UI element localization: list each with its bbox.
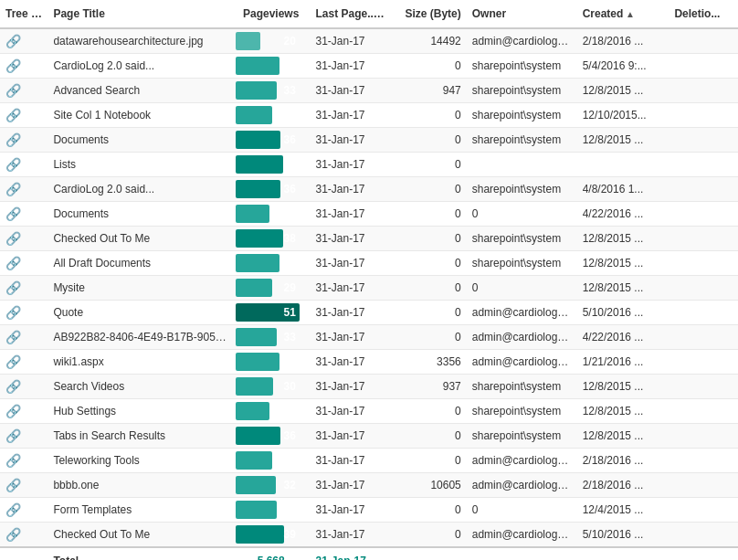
tree-url-icon-cell[interactable]: 🔗: [0, 54, 47, 79]
col-header-created[interactable]: Created: [577, 0, 669, 28]
col-header-owner[interactable]: Owner: [467, 0, 577, 28]
page-title-cell: datawarehousearchitecture.jpg: [47, 28, 231, 54]
pageviews-cell: 33: [232, 325, 311, 350]
tree-url-icon-cell[interactable]: 🔗: [0, 473, 47, 498]
link-icon[interactable]: 🔗: [5, 428, 20, 443]
link-icon[interactable]: 🔗: [5, 256, 20, 270]
tree-url-icon-cell[interactable]: 🔗: [0, 449, 47, 473]
pageviews-cell: 35: [232, 54, 311, 79]
page-title-cell: CardioLog 2.0 said...: [47, 54, 231, 79]
tree-url-icon-cell[interactable]: 🔗: [0, 325, 47, 350]
tree-url-icon-cell[interactable]: 🔗: [0, 28, 47, 54]
owner-cell: sharepoint\system: [467, 227, 577, 251]
tree-url-icon-cell[interactable]: 🔗: [0, 523, 47, 548]
link-icon[interactable]: 🔗: [5, 478, 20, 492]
link-icon[interactable]: 🔗: [5, 206, 20, 221]
table-row: 🔗Mysite 29 31-Jan-170012/8/2015 ...: [0, 276, 738, 301]
col-header-treeurl[interactable]: Tree Url: [0, 0, 47, 28]
link-icon[interactable]: 🔗: [5, 182, 20, 196]
tree-url-icon-cell[interactable]: 🔗: [0, 153, 47, 177]
link-icon[interactable]: 🔗: [5, 354, 20, 369]
pageview-number: 38: [284, 158, 300, 171]
col-header-deletion[interactable]: Deletio...: [669, 0, 738, 28]
link-icon[interactable]: 🔗: [5, 58, 20, 73]
link-icon[interactable]: 🔗: [5, 132, 20, 147]
link-icon[interactable]: 🔗: [5, 453, 20, 468]
deletion-cell: [669, 523, 738, 548]
tree-url-icon-cell[interactable]: 🔗: [0, 79, 47, 103]
tree-url-icon-cell[interactable]: 🔗: [0, 301, 47, 325]
link-icon[interactable]: 🔗: [5, 83, 20, 98]
pageview-bar: [236, 106, 272, 124]
deletion-cell: [669, 325, 738, 350]
size-cell: 14492: [393, 28, 467, 54]
created-cell: 12/8/2015 ...: [577, 227, 669, 251]
created-cell: 5/10/2016 ...: [577, 523, 669, 548]
tree-url-icon-cell[interactable]: 🔗: [0, 424, 47, 449]
size-cell: 0: [393, 301, 467, 325]
created-cell: 4/22/2016 ...: [577, 202, 669, 227]
footer-total-label: Total: [47, 547, 231, 560]
created-cell: 1/21/2016 ...: [577, 350, 669, 375]
table-row: 🔗All Draft Documents 35 31-Jan-170sharep…: [0, 251, 738, 276]
col-header-lastpage[interactable]: Last Page...: [310, 0, 393, 28]
pageview-bar: [236, 402, 269, 420]
last-page-cell: 31-Jan-17: [310, 28, 393, 54]
size-cell: 0: [393, 153, 467, 177]
pageview-number: 29: [284, 109, 300, 122]
tree-url-icon-cell[interactable]: 🔗: [0, 350, 47, 375]
table-row: 🔗bbbb.one 32 31-Jan-1710605admin@cardiol…: [0, 473, 738, 498]
pageview-number: 39: [284, 528, 300, 541]
pageview-bar: [236, 254, 279, 272]
owner-cell: admin@cardiolog2.o...: [467, 523, 577, 548]
page-title-cell: Lists: [47, 153, 231, 177]
link-icon[interactable]: 🔗: [5, 527, 20, 542]
page-title-cell: Form Templates: [47, 498, 231, 523]
tree-url-icon-cell[interactable]: 🔗: [0, 375, 47, 399]
link-icon[interactable]: 🔗: [5, 34, 20, 48]
tree-url-icon-cell[interactable]: 🔗: [0, 251, 47, 276]
link-icon[interactable]: 🔗: [5, 330, 20, 344]
tree-url-icon-cell[interactable]: 🔗: [0, 128, 47, 153]
col-header-pagetitle[interactable]: Page Title: [47, 0, 231, 28]
created-cell: 12/4/2015 ...: [577, 498, 669, 523]
last-page-cell: 31-Jan-17: [310, 128, 393, 153]
col-header-pageviews[interactable]: Pageviews: [232, 0, 311, 28]
link-icon[interactable]: 🔗: [5, 280, 20, 295]
created-cell: 12/8/2015 ...: [577, 276, 669, 301]
created-cell: 12/8/2015 ...: [577, 79, 669, 103]
last-page-cell: 31-Jan-17: [310, 202, 393, 227]
deletion-cell: [669, 177, 738, 202]
table-row: 🔗Quote 51 31-Jan-170admin@cardiolog2.o..…: [0, 301, 738, 325]
link-icon[interactable]: 🔗: [5, 502, 20, 517]
link-icon[interactable]: 🔗: [5, 305, 20, 320]
last-page-cell: 31-Jan-17: [310, 177, 393, 202]
tree-url-icon-cell[interactable]: 🔗: [0, 227, 47, 251]
created-cell: 12/8/2015 ...: [577, 375, 669, 399]
link-icon[interactable]: 🔗: [5, 157, 20, 172]
created-cell: 12/10/2015...: [577, 103, 669, 128]
tree-url-icon-cell[interactable]: 🔗: [0, 177, 47, 202]
last-page-cell: 31-Jan-17: [310, 350, 393, 375]
page-title-cell: Checked Out To Me: [47, 227, 231, 251]
tree-url-icon-cell[interactable]: 🔗: [0, 399, 47, 424]
page-title-cell: Hub Settings: [47, 399, 231, 424]
last-page-cell: 31-Jan-17: [310, 153, 393, 177]
link-icon[interactable]: 🔗: [5, 379, 20, 394]
tree-url-icon-cell[interactable]: 🔗: [0, 498, 47, 523]
col-header-size[interactable]: Size (Byte): [393, 0, 467, 28]
pageview-number: 33: [284, 331, 300, 343]
tree-url-icon-cell[interactable]: 🔗: [0, 103, 47, 128]
pageview-bar: [236, 155, 283, 174]
link-icon[interactable]: 🔗: [5, 404, 20, 418]
pageviews-cell: 51: [232, 301, 311, 325]
tree-url-icon-cell[interactable]: 🔗: [0, 276, 47, 301]
page-title-cell: Teleworking Tools: [47, 449, 231, 473]
link-icon[interactable]: 🔗: [5, 108, 20, 122]
tree-url-icon-cell[interactable]: 🔗: [0, 202, 47, 227]
link-icon[interactable]: 🔗: [5, 231, 20, 246]
owner-cell: admin@cardiolog2.o...: [467, 325, 577, 350]
pageview-bar: [236, 57, 279, 75]
owner-cell: 0: [467, 276, 577, 301]
table-row: 🔗Advanced Search 33 31-Jan-17947sharepoi…: [0, 79, 738, 103]
